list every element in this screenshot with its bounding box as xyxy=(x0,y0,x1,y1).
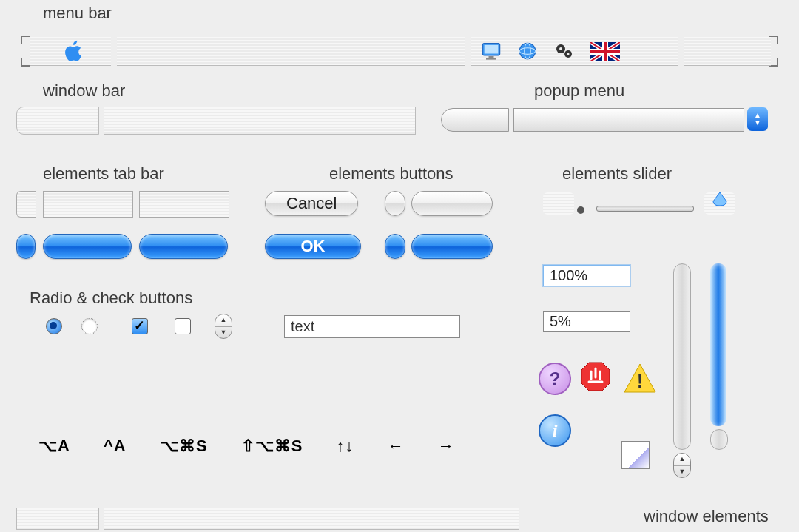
radio-off[interactable] xyxy=(81,318,98,334)
uk-flag-icon[interactable] xyxy=(590,42,620,61)
warning-icon[interactable]: ! xyxy=(623,363,655,392)
svg-point-10 xyxy=(567,53,569,55)
menubar-segment-middle xyxy=(117,37,465,66)
svg-point-4 xyxy=(519,43,536,59)
apple-menu-icon[interactable] xyxy=(61,38,87,64)
tab-segment-1[interactable] xyxy=(43,191,133,218)
windowbar-body xyxy=(104,107,416,135)
value-100[interactable]: 100% xyxy=(543,265,630,286)
blue-button-segment[interactable] xyxy=(411,234,493,259)
monitor-icon[interactable] xyxy=(481,41,502,64)
svg-rect-1 xyxy=(485,45,499,54)
tab-selected-cap[interactable] xyxy=(16,234,36,259)
windowbar-left-cap xyxy=(16,107,99,135)
popup-left-cap[interactable] xyxy=(441,108,509,132)
checkbox-off[interactable] xyxy=(175,318,191,334)
horizontal-slider[interactable] xyxy=(596,206,694,212)
tab-selected-1[interactable] xyxy=(43,234,132,259)
vscroll-blue[interactable] xyxy=(710,263,726,426)
slider-thumb-icon[interactable] xyxy=(712,191,728,207)
help-icon[interactable]: ? xyxy=(539,363,571,395)
slider-tick-block xyxy=(543,192,574,215)
stop-icon[interactable] xyxy=(580,361,610,391)
text-input[interactable]: text xyxy=(284,315,460,338)
tab-bar-label: elements tab bar xyxy=(43,164,164,183)
image-well-icon[interactable] xyxy=(621,441,650,469)
popup-menu-label: popup menu xyxy=(534,81,624,101)
gears-icon[interactable] xyxy=(553,41,576,64)
bottom-bar-body xyxy=(104,508,519,530)
keyboard-shortcuts: ⌥A ^A ⌥⌘S ⇧⌥⌘S ↑↓ ← → xyxy=(38,437,483,456)
svg-text:!: ! xyxy=(637,370,644,392)
bottom-bar-left xyxy=(16,508,99,530)
svg-rect-3 xyxy=(486,58,496,59)
tab-cap-left[interactable] xyxy=(16,191,36,218)
buttons-label: elements buttons xyxy=(329,164,454,183)
popup-arrow-button[interactable]: ▲▼ xyxy=(747,107,768,131)
slider-label: elements slider xyxy=(562,164,672,183)
cancel-button[interactable]: Cancel xyxy=(265,191,358,216)
svg-rect-2 xyxy=(489,56,494,58)
value-5[interactable]: 5% xyxy=(543,311,630,332)
radio-check-label: Radio & check buttons xyxy=(30,289,192,308)
button-segment[interactable] xyxy=(411,191,493,216)
radio-on[interactable] xyxy=(46,318,62,334)
info-icon[interactable]: i xyxy=(539,414,571,447)
menu-bar-label: menu bar xyxy=(43,4,112,23)
menubar-segment-right2 xyxy=(684,37,771,66)
svg-rect-15 xyxy=(590,50,620,53)
vscroll-track-gray[interactable] xyxy=(673,263,691,450)
button-cap-left[interactable] xyxy=(385,191,405,216)
ok-button[interactable]: OK xyxy=(265,234,361,259)
vscroll-trough-bottom xyxy=(710,429,728,450)
stepper[interactable]: ▲▼ xyxy=(215,314,232,339)
checkbox-on[interactable] xyxy=(132,318,148,334)
window-bar-label: window bar xyxy=(43,81,125,101)
slider-end-block xyxy=(704,192,735,215)
globe-icon[interactable] xyxy=(518,41,537,64)
tab-selected-2[interactable] xyxy=(139,234,228,259)
window-elements-label: window elements xyxy=(644,507,769,526)
tab-segment-2[interactable] xyxy=(139,191,229,218)
slider-dot xyxy=(577,206,584,214)
blue-button-cap[interactable] xyxy=(385,234,405,259)
svg-point-8 xyxy=(559,47,562,50)
popup-body[interactable] xyxy=(513,108,744,132)
scroll-stepper[interactable]: ▲▼ xyxy=(673,453,691,478)
